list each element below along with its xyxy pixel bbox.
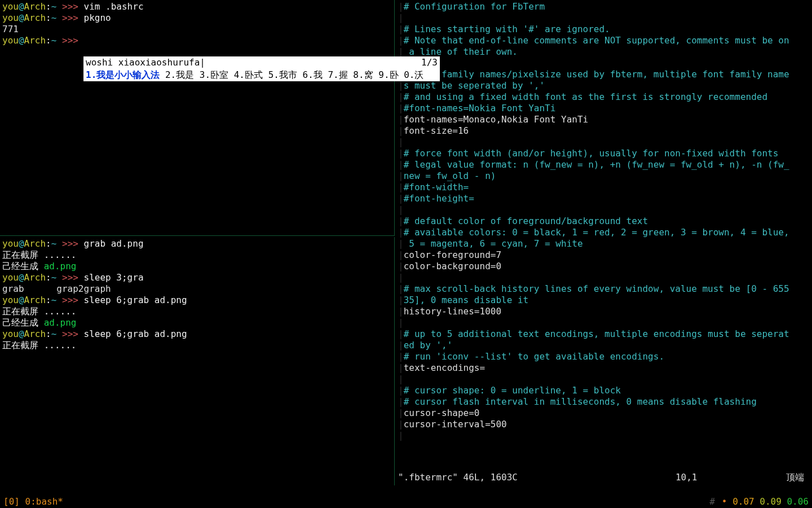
vim-line: color-background=0 <box>404 261 501 271</box>
prompt-line: you@Arch:~ >>> vim .bashrc <box>2 1 392 12</box>
prompt-line: you@Arch:~ >>> sleep 6;grab ad.png <box>2 329 392 340</box>
vim-line: s must be seperated by ',' <box>404 80 545 91</box>
vim-line: # font family names/pixelsize used by fb… <box>404 69 789 80</box>
vim-cursor-pos: 10,1 <box>676 472 698 483</box>
output-line: 己经生成 ad.png <box>2 261 392 272</box>
output-line: 正在截屏 ...... <box>2 249 392 261</box>
output-line: 己经生成 ad.png <box>2 317 392 329</box>
output-line: grab grap2graph <box>2 283 392 295</box>
vim-line: # cursor shape: 0 = underline, 1 = block <box>404 385 621 396</box>
prompt-line: you@Arch:~ >>> sleep 3;gra <box>2 272 392 283</box>
load-15: 0.06 <box>787 496 809 507</box>
vim-line: font-size=16 <box>404 125 469 136</box>
vim-line: 35], 0 means disable it <box>404 295 529 305</box>
vim-line: #font-width= <box>404 182 469 192</box>
vim-line: # and using a fixed width font as the fi… <box>404 91 767 102</box>
vim-scroll-pct: 顶端 <box>786 472 810 483</box>
vim-line: # cursor flash interval in milliseconds,… <box>404 396 757 407</box>
vim-line: # Note that end-of-line comments are NOT… <box>404 35 789 46</box>
vim-line: 5 = magenta, 6 = cyan, 7 = white <box>404 238 583 249</box>
ime-candidate[interactable]: 9.卧 <box>378 69 398 80</box>
vim-line: a line of their own. <box>404 46 518 57</box>
prompt-line: you@Arch:~ >>> sleep 6;grab ad.png <box>2 295 392 306</box>
vim-line: cursor-shape=0 <box>404 408 480 418</box>
ime-candidate[interactable]: 5.我市 <box>268 69 297 80</box>
vim-line: # run 'iconv --list' to get available en… <box>404 351 664 362</box>
ime-candidate[interactable]: 7.握 <box>328 69 347 80</box>
terminal-screen: you@Arch:~ >>> vim .bashrcyou@Arch:~ >>>… <box>0 0 812 508</box>
ime-candidate[interactable]: 4.卧式 <box>234 69 263 80</box>
ime-candidate[interactable]: 0.沃 <box>404 69 423 80</box>
vim-line: font-names=Monaco,Nokia Font YanTi <box>404 114 589 125</box>
vim-line: text-encodings= <box>404 362 486 373</box>
ime-input-text: woshi xiaoxiaoshurufa <box>86 56 205 69</box>
vim-status-line: ".fbtermrc" 46L, 1603C 10,1 顶端 <box>396 472 812 483</box>
ime-candidate[interactable]: 6.我 <box>303 69 323 80</box>
ime-candidate[interactable]: 1.我是小小输入法 <box>86 69 160 80</box>
ime-candidate[interactable]: 3.卧室 <box>200 69 228 80</box>
vim-file-info: ".fbtermrc" 46L, 1603C <box>398 472 518 483</box>
tmux-pane-bottom-left[interactable]: you@Arch:~ >>> grab ad.png正在截屏 ......己经生… <box>0 237 395 485</box>
vim-line: history-lines=1000 <box>404 306 501 317</box>
ime-candidate[interactable]: 8.窝 <box>353 69 373 80</box>
vim-line: color-foreground=7 <box>404 249 501 260</box>
vim-line: new = fw_old - n) <box>404 170 496 181</box>
output-line: 771 <box>2 24 392 35</box>
vim-line: cursor-interval=500 <box>404 419 507 430</box>
vim-line: #font-height= <box>404 193 474 204</box>
tmux-pane-top-left[interactable]: you@Arch:~ >>> vim .bashrcyou@Arch:~ >>>… <box>0 0 395 236</box>
tmux-status-bar: [0] 0:bash* # • 0.07 0.09 0.06 <box>0 496 812 508</box>
vim-line: #font-names=Nokia Font YanTi <box>404 103 556 113</box>
vim-line: # up to 5 additional text encodings, mul… <box>404 329 789 339</box>
status-hash-icon: # <box>709 496 715 507</box>
prompt-line: you@Arch:~ >>> <box>2 35 392 46</box>
output-line: 正在截屏 ...... <box>2 340 392 351</box>
vim-line: # legal value format: n (fw_new = n), +n… <box>404 159 789 170</box>
output-line: 正在截屏 ...... <box>2 306 392 317</box>
vim-line: # available colors: 0 = black, 1 = red, … <box>404 227 789 238</box>
tmux-status-right: # • 0.07 0.09 0.06 <box>709 496 809 507</box>
ime-candidate-box[interactable]: woshi xiaoxiaoshurufa 1/3 1.我是小小输入法 2.我是… <box>83 56 440 81</box>
vim-line: ed by ',' <box>404 340 453 351</box>
ime-candidate[interactable]: 2.我是 <box>165 69 194 80</box>
load-5: 0.09 <box>760 496 782 507</box>
vim-line: # Configuration for FbTerm <box>404 1 545 12</box>
prompt-line: you@Arch:~ >>> grab ad.png <box>2 238 392 249</box>
vim-line: # force font width (and/or height), usua… <box>404 148 779 159</box>
load-1: 0.07 <box>732 496 754 507</box>
dot-icon: • <box>722 496 727 507</box>
vim-line: # Lines starting with '#' are ignored. <box>404 24 610 34</box>
load-averages: • 0.07 0.09 0.06 <box>722 496 809 507</box>
ime-page-indicator: 1/3 <box>421 56 438 69</box>
tmux-session-info: [0] 0:bash* <box>3 496 63 507</box>
tmux-pane-right-vim[interactable]: |# Configuration for FbTerm||# Lines sta… <box>396 0 812 485</box>
prompt-line: you@Arch:~ >>> pkgno <box>2 12 392 24</box>
vim-line: # max scroll-back history lines of every… <box>404 283 789 294</box>
vim-line: # default color of foreground/background… <box>404 216 648 226</box>
ime-candidate-list[interactable]: 1.我是小小输入法 2.我是 3.卧室 4.卧式 5.我市 6.我 7.握 8.… <box>86 69 438 81</box>
